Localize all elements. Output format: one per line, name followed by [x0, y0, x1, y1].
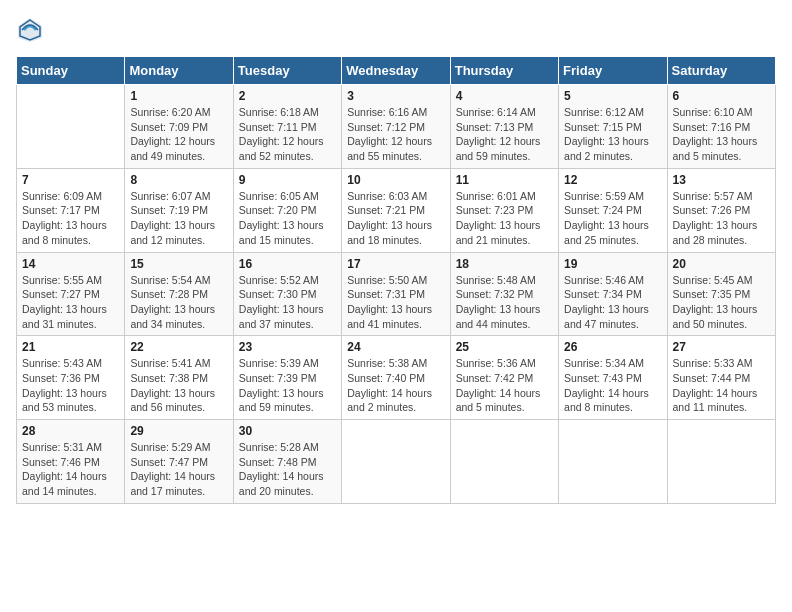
- day-info: Sunrise: 5:31 AM Sunset: 7:46 PM Dayligh…: [22, 440, 119, 499]
- day-number: 29: [130, 424, 227, 438]
- calendar-cell-w3-d3: 24Sunrise: 5:38 AM Sunset: 7:40 PM Dayli…: [342, 336, 450, 420]
- calendar-cell-w1-d6: 13Sunrise: 5:57 AM Sunset: 7:26 PM Dayli…: [667, 168, 775, 252]
- day-number: 6: [673, 89, 770, 103]
- svg-marker-0: [18, 18, 42, 42]
- calendar-cell-w1-d1: 8Sunrise: 6:07 AM Sunset: 7:19 PM Daylig…: [125, 168, 233, 252]
- day-number: 26: [564, 340, 661, 354]
- day-info: Sunrise: 6:03 AM Sunset: 7:21 PM Dayligh…: [347, 189, 444, 248]
- day-info: Sunrise: 6:01 AM Sunset: 7:23 PM Dayligh…: [456, 189, 553, 248]
- day-info: Sunrise: 6:05 AM Sunset: 7:20 PM Dayligh…: [239, 189, 336, 248]
- day-number: 8: [130, 173, 227, 187]
- day-info: Sunrise: 5:43 AM Sunset: 7:36 PM Dayligh…: [22, 356, 119, 415]
- day-info: Sunrise: 5:50 AM Sunset: 7:31 PM Dayligh…: [347, 273, 444, 332]
- day-info: Sunrise: 6:12 AM Sunset: 7:15 PM Dayligh…: [564, 105, 661, 164]
- day-number: 19: [564, 257, 661, 271]
- calendar-cell-w0-d2: 2Sunrise: 6:18 AM Sunset: 7:11 PM Daylig…: [233, 85, 341, 169]
- calendar-cell-w3-d2: 23Sunrise: 5:39 AM Sunset: 7:39 PM Dayli…: [233, 336, 341, 420]
- day-info: Sunrise: 5:59 AM Sunset: 7:24 PM Dayligh…: [564, 189, 661, 248]
- day-info: Sunrise: 5:55 AM Sunset: 7:27 PM Dayligh…: [22, 273, 119, 332]
- day-number: 11: [456, 173, 553, 187]
- calendar-cell-w2-d2: 16Sunrise: 5:52 AM Sunset: 7:30 PM Dayli…: [233, 252, 341, 336]
- day-number: 16: [239, 257, 336, 271]
- day-info: Sunrise: 6:07 AM Sunset: 7:19 PM Dayligh…: [130, 189, 227, 248]
- day-info: Sunrise: 5:38 AM Sunset: 7:40 PM Dayligh…: [347, 356, 444, 415]
- day-info: Sunrise: 5:28 AM Sunset: 7:48 PM Dayligh…: [239, 440, 336, 499]
- day-info: Sunrise: 5:41 AM Sunset: 7:38 PM Dayligh…: [130, 356, 227, 415]
- day-number: 13: [673, 173, 770, 187]
- day-number: 1: [130, 89, 227, 103]
- calendar-cell-w1-d2: 9Sunrise: 6:05 AM Sunset: 7:20 PM Daylig…: [233, 168, 341, 252]
- calendar-cell-w4-d5: [559, 420, 667, 504]
- page-header: [16, 16, 776, 44]
- day-number: 22: [130, 340, 227, 354]
- calendar-cell-w1-d4: 11Sunrise: 6:01 AM Sunset: 7:23 PM Dayli…: [450, 168, 558, 252]
- day-info: Sunrise: 5:45 AM Sunset: 7:35 PM Dayligh…: [673, 273, 770, 332]
- calendar-cell-w3-d0: 21Sunrise: 5:43 AM Sunset: 7:36 PM Dayli…: [17, 336, 125, 420]
- calendar-cell-w4-d2: 30Sunrise: 5:28 AM Sunset: 7:48 PM Dayli…: [233, 420, 341, 504]
- day-number: 30: [239, 424, 336, 438]
- day-number: 17: [347, 257, 444, 271]
- day-number: 14: [22, 257, 119, 271]
- logo-icon: [16, 16, 44, 44]
- col-header-tuesday: Tuesday: [233, 57, 341, 85]
- day-number: 4: [456, 89, 553, 103]
- col-header-sunday: Sunday: [17, 57, 125, 85]
- day-number: 5: [564, 89, 661, 103]
- day-number: 15: [130, 257, 227, 271]
- calendar-table: SundayMondayTuesdayWednesdayThursdayFrid…: [16, 56, 776, 504]
- day-info: Sunrise: 5:33 AM Sunset: 7:44 PM Dayligh…: [673, 356, 770, 415]
- day-info: Sunrise: 5:57 AM Sunset: 7:26 PM Dayligh…: [673, 189, 770, 248]
- calendar-cell-w0-d6: 6Sunrise: 6:10 AM Sunset: 7:16 PM Daylig…: [667, 85, 775, 169]
- calendar-cell-w3-d1: 22Sunrise: 5:41 AM Sunset: 7:38 PM Dayli…: [125, 336, 233, 420]
- day-number: 10: [347, 173, 444, 187]
- calendar-cell-w0-d3: 3Sunrise: 6:16 AM Sunset: 7:12 PM Daylig…: [342, 85, 450, 169]
- calendar-cell-w1-d5: 12Sunrise: 5:59 AM Sunset: 7:24 PM Dayli…: [559, 168, 667, 252]
- day-info: Sunrise: 5:34 AM Sunset: 7:43 PM Dayligh…: [564, 356, 661, 415]
- calendar-cell-w2-d6: 20Sunrise: 5:45 AM Sunset: 7:35 PM Dayli…: [667, 252, 775, 336]
- day-number: 27: [673, 340, 770, 354]
- day-info: Sunrise: 5:36 AM Sunset: 7:42 PM Dayligh…: [456, 356, 553, 415]
- day-info: Sunrise: 5:52 AM Sunset: 7:30 PM Dayligh…: [239, 273, 336, 332]
- day-info: Sunrise: 5:29 AM Sunset: 7:47 PM Dayligh…: [130, 440, 227, 499]
- calendar-cell-w4-d0: 28Sunrise: 5:31 AM Sunset: 7:46 PM Dayli…: [17, 420, 125, 504]
- day-number: 28: [22, 424, 119, 438]
- day-number: 18: [456, 257, 553, 271]
- calendar-cell-w1-d3: 10Sunrise: 6:03 AM Sunset: 7:21 PM Dayli…: [342, 168, 450, 252]
- calendar-cell-w3-d4: 25Sunrise: 5:36 AM Sunset: 7:42 PM Dayli…: [450, 336, 558, 420]
- day-info: Sunrise: 5:46 AM Sunset: 7:34 PM Dayligh…: [564, 273, 661, 332]
- calendar-cell-w0-d0: [17, 85, 125, 169]
- calendar-cell-w2-d5: 19Sunrise: 5:46 AM Sunset: 7:34 PM Dayli…: [559, 252, 667, 336]
- day-number: 24: [347, 340, 444, 354]
- calendar-cell-w1-d0: 7Sunrise: 6:09 AM Sunset: 7:17 PM Daylig…: [17, 168, 125, 252]
- day-number: 3: [347, 89, 444, 103]
- calendar-cell-w0-d4: 4Sunrise: 6:14 AM Sunset: 7:13 PM Daylig…: [450, 85, 558, 169]
- col-header-monday: Monday: [125, 57, 233, 85]
- calendar-cell-w3-d6: 27Sunrise: 5:33 AM Sunset: 7:44 PM Dayli…: [667, 336, 775, 420]
- logo: [16, 16, 48, 44]
- calendar-cell-w2-d0: 14Sunrise: 5:55 AM Sunset: 7:27 PM Dayli…: [17, 252, 125, 336]
- day-number: 21: [22, 340, 119, 354]
- day-info: Sunrise: 6:10 AM Sunset: 7:16 PM Dayligh…: [673, 105, 770, 164]
- day-info: Sunrise: 6:09 AM Sunset: 7:17 PM Dayligh…: [22, 189, 119, 248]
- col-header-wednesday: Wednesday: [342, 57, 450, 85]
- day-info: Sunrise: 5:54 AM Sunset: 7:28 PM Dayligh…: [130, 273, 227, 332]
- day-number: 23: [239, 340, 336, 354]
- col-header-friday: Friday: [559, 57, 667, 85]
- day-number: 20: [673, 257, 770, 271]
- col-header-thursday: Thursday: [450, 57, 558, 85]
- day-number: 2: [239, 89, 336, 103]
- calendar-cell-w2-d3: 17Sunrise: 5:50 AM Sunset: 7:31 PM Dayli…: [342, 252, 450, 336]
- day-info: Sunrise: 5:39 AM Sunset: 7:39 PM Dayligh…: [239, 356, 336, 415]
- day-info: Sunrise: 6:18 AM Sunset: 7:11 PM Dayligh…: [239, 105, 336, 164]
- calendar-cell-w4-d6: [667, 420, 775, 504]
- day-info: Sunrise: 5:48 AM Sunset: 7:32 PM Dayligh…: [456, 273, 553, 332]
- calendar-cell-w4-d4: [450, 420, 558, 504]
- calendar-cell-w4-d1: 29Sunrise: 5:29 AM Sunset: 7:47 PM Dayli…: [125, 420, 233, 504]
- day-number: 7: [22, 173, 119, 187]
- calendar-cell-w2-d1: 15Sunrise: 5:54 AM Sunset: 7:28 PM Dayli…: [125, 252, 233, 336]
- day-info: Sunrise: 6:14 AM Sunset: 7:13 PM Dayligh…: [456, 105, 553, 164]
- day-info: Sunrise: 6:16 AM Sunset: 7:12 PM Dayligh…: [347, 105, 444, 164]
- calendar-cell-w4-d3: [342, 420, 450, 504]
- calendar-cell-w0-d1: 1Sunrise: 6:20 AM Sunset: 7:09 PM Daylig…: [125, 85, 233, 169]
- day-number: 9: [239, 173, 336, 187]
